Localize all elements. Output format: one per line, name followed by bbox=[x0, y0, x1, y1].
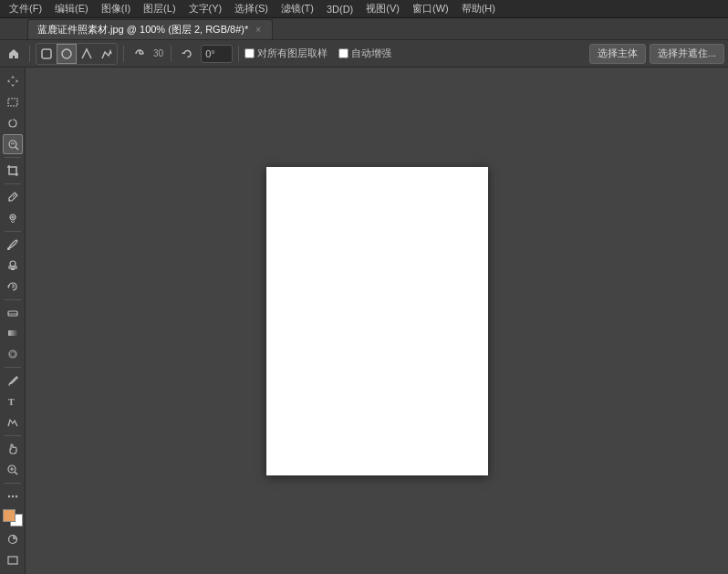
menu-window[interactable]: 窗口(W) bbox=[407, 1, 454, 16]
menu-text[interactable]: 文字(Y) bbox=[183, 1, 228, 16]
tool-blur[interactable] bbox=[3, 344, 23, 364]
svg-rect-17 bbox=[9, 266, 16, 268]
svg-point-32 bbox=[11, 496, 13, 497]
tool-separator-7 bbox=[5, 483, 21, 484]
tool-stamp[interactable] bbox=[3, 256, 23, 276]
svg-rect-7 bbox=[8, 99, 17, 106]
main-layout: T bbox=[0, 68, 728, 574]
tool-eraser[interactable] bbox=[3, 302, 23, 322]
canvas-document bbox=[266, 167, 488, 475]
tool-crop[interactable] bbox=[3, 161, 23, 181]
svg-line-10 bbox=[13, 194, 16, 197]
menu-edit[interactable]: 编辑(E) bbox=[49, 1, 94, 16]
svg-point-31 bbox=[7, 496, 9, 497]
menu-filter[interactable]: 滤镜(T) bbox=[276, 1, 319, 16]
select-subject-button[interactable]: 选择主体 bbox=[589, 44, 646, 64]
tool-lasso[interactable] bbox=[3, 113, 23, 133]
toolbar-mode-btn1[interactable] bbox=[36, 44, 57, 64]
svg-text:T: T bbox=[8, 397, 15, 407]
svg-rect-18 bbox=[11, 268, 15, 270]
menu-help[interactable]: 帮助(H) bbox=[456, 1, 501, 16]
tool-pen[interactable] bbox=[3, 370, 23, 391]
menu-layer[interactable]: 图层(L) bbox=[138, 1, 181, 16]
toolbar-mode-btn2[interactable] bbox=[57, 44, 77, 64]
svg-line-9 bbox=[16, 147, 18, 150]
tool-history-brush[interactable] bbox=[3, 277, 23, 297]
angle-display: 0° bbox=[201, 45, 233, 63]
menu-file[interactable]: 文件(F) bbox=[4, 1, 47, 16]
foreground-swatch[interactable] bbox=[3, 509, 16, 522]
menu-image[interactable]: 图像(I) bbox=[96, 1, 136, 16]
menu-select[interactable]: 选择(S) bbox=[229, 1, 274, 16]
tool-screen-mode[interactable] bbox=[3, 550, 23, 570]
svg-point-8 bbox=[9, 141, 16, 148]
tool-quick-mask[interactable] bbox=[3, 529, 23, 549]
svg-point-15 bbox=[7, 247, 10, 250]
toolbar-separator-4 bbox=[238, 46, 239, 62]
tool-separator-1 bbox=[5, 157, 21, 158]
canvas-area bbox=[26, 68, 728, 574]
toolbar-separator-1 bbox=[29, 46, 30, 62]
tool-healing[interactable] bbox=[3, 208, 23, 228]
tab-document[interactable]: 蓝鹿证件照素材.jpg @ 100% (图层 2, RGB/8#)* × bbox=[27, 19, 273, 39]
color-swatches[interactable] bbox=[3, 509, 23, 527]
tool-brush[interactable] bbox=[3, 235, 23, 255]
svg-marker-5 bbox=[11, 76, 15, 87]
svg-rect-35 bbox=[8, 557, 17, 564]
checkbox-all-layers-input[interactable] bbox=[244, 48, 255, 58]
svg-line-28 bbox=[15, 472, 17, 475]
tool-marquee[interactable] bbox=[3, 92, 23, 112]
tool-path-select[interactable] bbox=[3, 412, 23, 433]
svg-marker-19 bbox=[7, 285, 9, 288]
toolbar-separator-2 bbox=[123, 46, 124, 62]
menu-bar: 文件(F) 编辑(E) 图像(I) 图层(L) 文字(Y) 选择(S) 滤镜(T… bbox=[0, 0, 728, 18]
tool-hand[interactable] bbox=[3, 439, 23, 459]
tool-gradient[interactable] bbox=[3, 323, 23, 343]
toolbar-brush-size: 30 bbox=[153, 48, 163, 58]
svg-point-33 bbox=[15, 496, 16, 497]
tool-move[interactable] bbox=[3, 71, 23, 91]
tab-bar: 蓝鹿证件照素材.jpg @ 100% (图层 2, RGB/8#)* × bbox=[0, 18, 728, 40]
tool-separator-2 bbox=[5, 183, 21, 184]
tool-zoom[interactable] bbox=[3, 460, 23, 480]
svg-rect-21 bbox=[8, 330, 17, 336]
menu-view[interactable]: 视图(V) bbox=[360, 1, 405, 16]
svg-point-23 bbox=[10, 352, 15, 357]
tab-title: 蓝鹿证件照素材.jpg @ 100% (图层 2, RGB/8#)* bbox=[37, 23, 248, 37]
angle-value: 0° bbox=[205, 48, 215, 59]
toolbar-mode-btn4[interactable] bbox=[97, 44, 117, 64]
svg-point-11 bbox=[8, 199, 10, 201]
checkbox-auto-enhance-label: 自动增强 bbox=[351, 47, 391, 60]
toolbar-mode-btn3[interactable] bbox=[77, 44, 97, 64]
tool-eyedropper[interactable] bbox=[3, 187, 23, 207]
tool-text[interactable]: T bbox=[3, 391, 23, 412]
toolbar-angle-icon[interactable] bbox=[130, 44, 150, 64]
svg-marker-6 bbox=[7, 79, 18, 83]
tab-close-button[interactable]: × bbox=[254, 24, 263, 36]
toolbar: 30 0° 对所有图层取样 自动增强 选择主体 选择并遮住... bbox=[0, 40, 728, 68]
tool-more[interactable] bbox=[3, 486, 23, 506]
tool-separator-4 bbox=[5, 299, 21, 300]
checkbox-auto-enhance[interactable]: 自动增强 bbox=[338, 47, 391, 60]
toolbar-mode-group bbox=[36, 43, 118, 65]
menu-3d[interactable]: 3D(D) bbox=[321, 3, 359, 16]
toolbar-rotate-icon[interactable] bbox=[177, 44, 197, 64]
toolbar-separator-3 bbox=[171, 46, 172, 62]
tool-quick-select[interactable] bbox=[3, 134, 23, 154]
checkbox-all-layers[interactable]: 对所有图层取样 bbox=[244, 47, 328, 60]
tools-panel: T bbox=[0, 68, 26, 574]
select-mask-button[interactable]: 选择并遮住... bbox=[650, 44, 724, 64]
svg-rect-20 bbox=[8, 311, 17, 316]
checkbox-auto-enhance-input[interactable] bbox=[338, 48, 348, 58]
tool-separator-6 bbox=[5, 435, 21, 436]
checkbox-all-layers-label: 对所有图层取样 bbox=[257, 47, 328, 60]
svg-point-16 bbox=[10, 261, 16, 266]
home-button[interactable] bbox=[4, 44, 24, 64]
svg-point-24 bbox=[16, 377, 17, 379]
tool-separator-3 bbox=[5, 231, 21, 232]
svg-rect-0 bbox=[42, 49, 51, 58]
tool-separator-5 bbox=[5, 367, 21, 368]
